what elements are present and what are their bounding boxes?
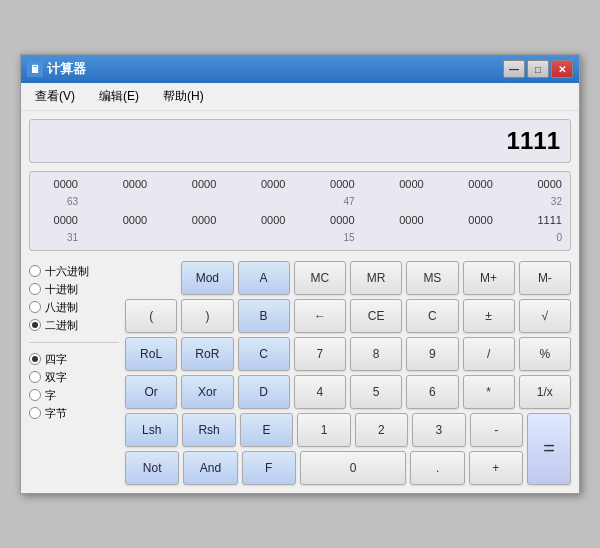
word-radio-group: 四字 双字 字 字节 bbox=[29, 349, 119, 424]
btn-rsh[interactable]: Rsh bbox=[182, 413, 235, 447]
btn-D[interactable]: D bbox=[238, 375, 290, 409]
radio-byte[interactable]: 字节 bbox=[29, 406, 119, 421]
btn-plusminus[interactable]: ± bbox=[463, 299, 515, 333]
btn-E[interactable]: E bbox=[240, 413, 293, 447]
binary-row-1: 0000 63 0000 0000 0000 0000 47 0000 bbox=[38, 176, 562, 210]
bg5: 0000 47 bbox=[315, 176, 355, 210]
btn-xor[interactable]: Xor bbox=[181, 375, 233, 409]
btn-multiply[interactable]: * bbox=[463, 375, 515, 409]
bg8: 0000 32 bbox=[522, 176, 562, 210]
radio-oct[interactable]: 八进制 bbox=[29, 300, 119, 315]
btn-mod[interactable]: Mod bbox=[181, 261, 233, 295]
menu-view[interactable]: 查看(V) bbox=[29, 86, 81, 107]
btn-8[interactable]: 8 bbox=[350, 337, 402, 371]
title-bar: 🖩 计算器 — □ ✕ bbox=[21, 55, 579, 83]
radio-qword[interactable]: 四字 bbox=[29, 352, 119, 367]
display-value: 1111 bbox=[507, 127, 560, 155]
btn-percent[interactable]: % bbox=[519, 337, 571, 371]
title-bar-left: 🖩 计算器 bbox=[27, 60, 86, 78]
btn-mminus[interactable]: M- bbox=[519, 261, 571, 295]
bg2: 0000 bbox=[107, 176, 147, 210]
divider-1 bbox=[29, 342, 119, 343]
radio-hex-label: 十六进制 bbox=[45, 264, 89, 279]
radio-dec-circle bbox=[29, 283, 41, 295]
radio-dword-circle bbox=[29, 371, 41, 383]
btn-9[interactable]: 9 bbox=[406, 337, 458, 371]
btn-divide[interactable]: / bbox=[463, 337, 515, 371]
btn-ms[interactable]: MS bbox=[406, 261, 458, 295]
btn-sqrt[interactable]: √ bbox=[519, 299, 571, 333]
radio-dword-label: 双字 bbox=[45, 370, 67, 385]
close-button[interactable]: ✕ bbox=[551, 60, 573, 78]
radio-byte-label: 字节 bbox=[45, 406, 67, 421]
btn-1[interactable]: 1 bbox=[297, 413, 350, 447]
btn-lsh[interactable]: Lsh bbox=[125, 413, 178, 447]
menu-bar: 查看(V) 编辑(E) 帮助(H) bbox=[21, 83, 579, 111]
btn-plus[interactable]: + bbox=[469, 451, 523, 485]
btn-mc[interactable]: MC bbox=[294, 261, 346, 295]
btn-c[interactable]: C bbox=[406, 299, 458, 333]
grid-main: Lsh Rsh E 1 2 3 - Not And F 0 . + bbox=[125, 413, 523, 485]
radio-word[interactable]: 字 bbox=[29, 388, 119, 403]
menu-help[interactable]: 帮助(H) bbox=[157, 86, 210, 107]
btn-back[interactable]: ← bbox=[294, 299, 346, 333]
btn-6[interactable]: 6 bbox=[406, 375, 458, 409]
btn-mr[interactable]: MR bbox=[350, 261, 402, 295]
btn-or[interactable]: Or bbox=[125, 375, 177, 409]
btn-and[interactable]: And bbox=[183, 451, 237, 485]
radio-hex[interactable]: 十六进制 bbox=[29, 264, 119, 279]
binary-display: 0000 63 0000 0000 0000 0000 47 0000 bbox=[29, 171, 571, 250]
btn-rparen[interactable]: ) bbox=[181, 299, 233, 333]
btn-5[interactable]: 5 bbox=[350, 375, 402, 409]
title-controls: — □ ✕ bbox=[503, 60, 573, 78]
base-radio-group: 十六进制 十进制 八进制 二进制 bbox=[29, 261, 119, 336]
radio-qword-label: 四字 bbox=[45, 352, 67, 367]
radio-bin[interactable]: 二进制 bbox=[29, 318, 119, 333]
bg7: 0000 bbox=[453, 176, 493, 210]
bg1: 0000 63 bbox=[38, 176, 78, 210]
menu-edit[interactable]: 编辑(E) bbox=[93, 86, 145, 107]
btn-row-6: Not And F 0 . + bbox=[125, 451, 523, 485]
btn-row-3: RoL RoR C 7 8 9 / % bbox=[125, 337, 571, 371]
btn-B[interactable]: B bbox=[238, 299, 290, 333]
btn-row-1: Mod A MC MR MS M+ M- bbox=[125, 261, 571, 295]
btn-7[interactable]: 7 bbox=[294, 337, 346, 371]
btn-equals[interactable]: = bbox=[527, 413, 571, 485]
btn-rol[interactable]: RoL bbox=[125, 337, 177, 371]
btn-A[interactable]: A bbox=[238, 261, 290, 295]
radio-qword-circle bbox=[29, 353, 41, 365]
btn-not[interactable]: Not bbox=[125, 451, 179, 485]
minimize-button[interactable]: — bbox=[503, 60, 525, 78]
calc-body: 十六进制 十进制 八进制 二进制 四字 bbox=[21, 257, 579, 493]
btn-2[interactable]: 2 bbox=[355, 413, 408, 447]
btn-row-4: Or Xor D 4 5 6 * 1/x bbox=[125, 375, 571, 409]
grid-right: = bbox=[527, 413, 571, 485]
bg13: 0000 15 bbox=[315, 212, 355, 246]
btn-reciprocal[interactable]: 1/x bbox=[519, 375, 571, 409]
radio-dec[interactable]: 十进制 bbox=[29, 282, 119, 297]
bg3: 0000 bbox=[176, 176, 216, 210]
btn-dot[interactable]: . bbox=[410, 451, 464, 485]
window-title: 计算器 bbox=[47, 60, 86, 78]
bg11: 0000 bbox=[176, 212, 216, 246]
radio-bin-circle bbox=[29, 319, 41, 331]
btn-C-hex[interactable]: C bbox=[238, 337, 290, 371]
btn-F[interactable]: F bbox=[242, 451, 296, 485]
btn-ce[interactable]: CE bbox=[350, 299, 402, 333]
btn-3[interactable]: 3 bbox=[412, 413, 465, 447]
radio-bin-label: 二进制 bbox=[45, 318, 78, 333]
btn-4[interactable]: 4 bbox=[294, 375, 346, 409]
btn-lparen[interactable]: ( bbox=[125, 299, 177, 333]
app-icon: 🖩 bbox=[27, 61, 43, 77]
btn-mplus[interactable]: M+ bbox=[463, 261, 515, 295]
btn-ror[interactable]: RoR bbox=[181, 337, 233, 371]
radio-dword[interactable]: 双字 bbox=[29, 370, 119, 385]
radio-word-circle bbox=[29, 389, 41, 401]
bg4: 0000 bbox=[245, 176, 285, 210]
maximize-button[interactable]: □ bbox=[527, 60, 549, 78]
btn-0[interactable]: 0 bbox=[300, 451, 407, 485]
left-panel: 十六进制 十进制 八进制 二进制 四字 bbox=[29, 261, 119, 485]
binary-row-2: 0000 31 0000 0000 0000 0000 15 0000 bbox=[38, 212, 562, 246]
radio-oct-circle bbox=[29, 301, 41, 313]
btn-minus[interactable]: - bbox=[470, 413, 523, 447]
